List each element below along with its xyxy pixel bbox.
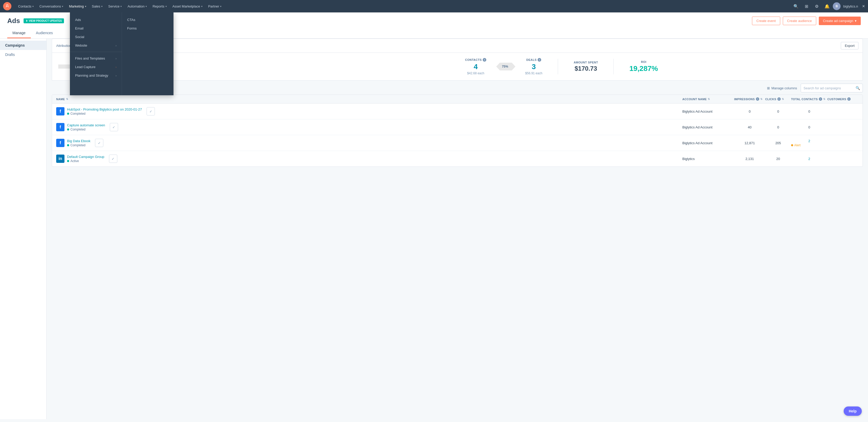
chevron-down-icon: ▾ xyxy=(165,5,167,8)
manage-columns-button[interactable]: ⊞ Manage columns xyxy=(767,86,797,90)
campaign-link[interactable]: Capture automate screen xyxy=(67,123,105,127)
nav-contacts[interactable]: Contacts ▾ xyxy=(16,0,36,12)
amount-spent-group: AMOUNT SPENT $170.73 xyxy=(566,61,606,72)
nav-automation[interactable]: Automation ▾ xyxy=(125,0,149,12)
facebook-icon: f xyxy=(56,139,64,147)
stats-numbers: CONTACTS i 4 $42.68 each 75% DEALS xyxy=(457,58,856,75)
toggle-area: ✓ xyxy=(109,155,117,163)
username-label: biglytics.n xyxy=(843,4,858,8)
nav-reports[interactable]: Reports ▾ xyxy=(150,0,169,12)
stats-divider xyxy=(558,59,558,74)
campaign-name-cell: f Capture automate screen Completed ✓ xyxy=(56,123,682,131)
help-button[interactable]: Help xyxy=(844,407,862,416)
campaign-name-cell: f Big Data Ebook Completed ✓ xyxy=(56,139,682,147)
info-icon: i xyxy=(537,58,541,62)
nav-asset-marketplace[interactable]: Asset Marketplace ▾ xyxy=(170,0,205,12)
campaign-link[interactable]: HubSpot - Promoting Biglytics post on 20… xyxy=(67,107,142,111)
dropdown-item-ctas[interactable]: CTAs xyxy=(122,15,174,24)
product-update-badge[interactable]: ⬆ VIEW PRODUCT UPDATES xyxy=(24,19,64,23)
search-icon: 🔍 xyxy=(856,86,860,90)
clicks-cell: 0 xyxy=(765,125,791,129)
facebook-icon: f xyxy=(56,123,64,131)
toggle-button[interactable]: ✓ xyxy=(95,139,103,147)
deals-sub: $56.91 each xyxy=(525,71,542,75)
nav-right-area: 🔍 ⊞ ⚙ 🔔 B biglytics.n × xyxy=(792,2,865,11)
sort-icon[interactable]: ⇅ xyxy=(823,98,825,100)
total-contacts-cell: 0 xyxy=(791,125,827,129)
table-row: f HubSpot - Promoting Biglytics post on … xyxy=(52,103,863,119)
nav-marketing[interactable]: Marketing ▾ xyxy=(66,0,89,12)
chevron-down-icon: ▾ xyxy=(855,19,857,23)
sort-icon[interactable]: ⇅ xyxy=(708,98,710,100)
table-header: NAME ⇅ ACCOUNT NAME ⇅ IMPRESSIONS i ⇅ CL… xyxy=(52,95,863,103)
dropdown-item-lead-capture[interactable]: Lead Capture › xyxy=(70,63,122,71)
campaign-link[interactable]: Big Data Ebook xyxy=(67,139,90,143)
bell-icon-button[interactable]: 🔔 xyxy=(823,2,832,11)
table-row: f Big Data Ebook Completed ✓ Biglyti xyxy=(52,135,863,151)
chevron-right-icon: › xyxy=(116,74,117,77)
nav-conversations[interactable]: Conversations ▾ xyxy=(37,0,66,12)
chevron-down-icon: ▾ xyxy=(120,5,122,8)
dropdown-item-website[interactable]: Website › xyxy=(70,41,122,50)
amount-spent-value: $170.73 xyxy=(574,65,598,72)
export-button[interactable]: Export xyxy=(841,42,859,50)
sort-icon[interactable]: ⇅ xyxy=(782,98,784,100)
dropdown-item-ads[interactable]: Ads xyxy=(70,15,122,24)
roi-label: ROI xyxy=(629,60,658,63)
sort-icon[interactable]: ⇅ xyxy=(760,98,762,100)
nav-sales[interactable]: Sales ▾ xyxy=(89,0,105,12)
sort-icon[interactable]: ⇅ xyxy=(66,98,68,100)
dropdown-item-files-templates[interactable]: Files and Templates › xyxy=(70,54,122,63)
tab-manage[interactable]: Manage xyxy=(7,28,31,38)
chevron-right-icon: › xyxy=(116,57,117,60)
th-customers: CUSTOMERS i xyxy=(827,97,859,101)
chevron-down-icon: ▾ xyxy=(62,5,63,8)
deals-value: 3 xyxy=(525,63,542,71)
sidebar-item-campaigns[interactable]: Campaigns xyxy=(0,41,46,50)
avatar[interactable]: B xyxy=(833,2,841,10)
deals-group: DEALS i 3 $56.91 each xyxy=(517,58,550,75)
contacts-value: 4 xyxy=(465,63,486,71)
impressions-cell: 40 xyxy=(734,125,765,129)
info-icon: i xyxy=(777,97,781,101)
th-impressions: IMPRESSIONS i ⇅ xyxy=(734,97,765,101)
impressions-cell: 0 xyxy=(734,109,765,113)
toggle-button[interactable]: ✓ xyxy=(147,107,155,116)
nav-partner[interactable]: Partner ▾ xyxy=(206,0,224,12)
account-name-cell: Biglytics Ad Account xyxy=(682,109,734,113)
chevron-right-icon: › xyxy=(116,65,117,69)
chevron-down-icon: ▾ xyxy=(32,5,34,8)
nav-service[interactable]: Service ▾ xyxy=(106,0,124,12)
campaign-info: HubSpot - Promoting Biglytics post on 20… xyxy=(67,107,142,116)
sidebar-item-drafts[interactable]: Drafts xyxy=(0,50,46,59)
search-icon-button[interactable]: 🔍 xyxy=(792,2,801,11)
contacts-group: CONTACTS i 4 $42.68 each xyxy=(457,58,494,75)
close-icon[interactable]: × xyxy=(862,4,865,9)
funnel-percent-2: 75% xyxy=(496,63,515,70)
dropdown-item-social[interactable]: Social xyxy=(70,33,122,41)
campaign-table: NAME ⇅ ACCOUNT NAME ⇅ IMPRESSIONS i ⇅ CL… xyxy=(52,95,863,167)
create-event-button[interactable]: Create event xyxy=(752,17,780,25)
toggle-button[interactable]: ✓ xyxy=(109,155,117,163)
account-name-cell: Biglytics Ad Account xyxy=(682,125,734,129)
create-audience-button[interactable]: Create audience xyxy=(783,17,816,25)
main-layout: Campaigns Drafts Attribution Reports: Fi… xyxy=(0,39,868,419)
nav-items: Contacts ▾ Conversations ▾ Marketing ▾ S… xyxy=(16,0,792,12)
campaign-status: Completed xyxy=(67,128,105,131)
total-contacts-cell: 0 xyxy=(791,109,827,113)
th-total-contacts: TOTAL CONTACTS i ⇅ xyxy=(791,97,827,101)
marketing-dropdown-menu: Ads Email Social Website › Files and Tem… xyxy=(70,12,174,95)
dropdown-item-email[interactable]: Email xyxy=(70,24,122,33)
search-input[interactable] xyxy=(804,86,856,90)
dropdown-item-planning-strategy[interactable]: Planning and Strategy › xyxy=(70,71,122,80)
campaign-link[interactable]: Default Campaign Group xyxy=(67,155,104,159)
grid-icon-button[interactable]: ⊞ xyxy=(802,2,811,11)
toggle-button[interactable]: ✓ xyxy=(110,123,118,131)
search-box: 🔍 xyxy=(801,84,863,92)
settings-icon-button[interactable]: ⚙ xyxy=(812,2,822,11)
create-campaign-button[interactable]: Create ad campaign ▾ xyxy=(819,17,861,25)
tab-audiences[interactable]: Audiences xyxy=(31,28,58,38)
dropdown-item-forms[interactable]: Forms xyxy=(122,24,174,33)
content-area: Attribution Reports: First form submissi… xyxy=(46,39,868,419)
hubspot-logo[interactable] xyxy=(3,2,11,10)
